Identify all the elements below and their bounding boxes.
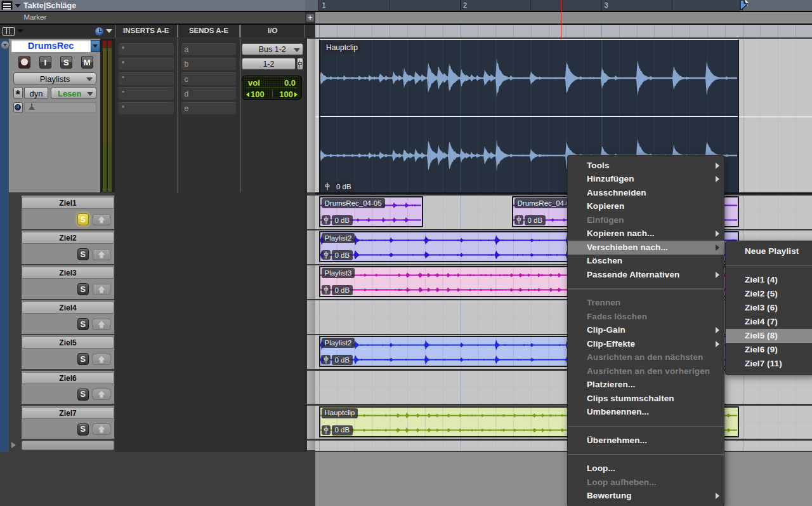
lane-solo-button[interactable]: S xyxy=(77,353,89,365)
timebase-strip[interactable] xyxy=(315,25,812,39)
lane-promote-button[interactable] xyxy=(93,249,111,260)
menu-item[interactable]: Clips stummschalten xyxy=(568,392,724,406)
menu-item[interactable]: Bewertung xyxy=(568,489,724,503)
lane-solo-button[interactable]: S xyxy=(77,213,89,225)
menu-item[interactable]: Ziel6 (9) xyxy=(726,343,812,357)
menu-item[interactable]: Platzieren... xyxy=(568,378,724,392)
track-collapse-button[interactable] xyxy=(1,41,10,50)
menu-item[interactable]: Verschieben nach... xyxy=(568,241,724,255)
clip-gain-icon[interactable] xyxy=(322,250,331,260)
lane-solo-button[interactable]: S xyxy=(77,389,89,401)
playhead-line[interactable] xyxy=(561,0,562,39)
menu-item[interactable]: Ziel4 (7) xyxy=(726,315,812,329)
volume-pan-display[interactable]: vol0.0100100 xyxy=(242,76,302,100)
lane-name-plate[interactable]: Ziel4 xyxy=(22,302,114,314)
lane-zoom-segment[interactable] xyxy=(307,406,315,439)
track-name-dropdown[interactable] xyxy=(91,40,101,53)
lane-solo-button[interactable]: S xyxy=(77,283,89,295)
track-zoom-strip[interactable] xyxy=(307,39,315,193)
clip-gain-icon[interactable] xyxy=(322,425,331,435)
lane-solo-button[interactable]: S xyxy=(77,318,89,330)
clip-gain-icon[interactable] xyxy=(322,285,331,295)
send-slot[interactable]: d xyxy=(181,87,237,100)
timebase-button[interactable] xyxy=(13,102,23,113)
trim-button[interactable]: * xyxy=(13,87,23,99)
lane-solo-button[interactable]: S xyxy=(77,423,89,436)
menu-item[interactable]: Fades löschen xyxy=(568,310,724,324)
lane-stub-plate[interactable] xyxy=(22,441,114,450)
solo-button[interactable]: S xyxy=(60,56,73,69)
header-dropdown-icon[interactable] xyxy=(106,29,112,33)
menu-item[interactable]: Ziel7 (11) xyxy=(726,357,812,371)
record-button[interactable] xyxy=(18,56,31,69)
lane-promote-button[interactable] xyxy=(93,319,111,330)
lane-name-plate[interactable]: Ziel3 xyxy=(22,267,114,279)
clip-gain-icon[interactable] xyxy=(322,355,331,364)
lane-name-plate[interactable]: Ziel2 xyxy=(22,232,114,244)
menu-item[interactable]: Kopieren nach... xyxy=(568,227,724,241)
insert-slot[interactable] xyxy=(119,102,174,115)
menu-item[interactable]: Passende Alternativen xyxy=(568,268,724,282)
lane-name-plate[interactable]: Ziel5 xyxy=(22,336,114,349)
lane-name-plate[interactable]: Ziel7 xyxy=(22,407,114,419)
lane-promote-button[interactable] xyxy=(93,284,111,295)
timebase-field[interactable] xyxy=(24,102,96,113)
playlists-dropdown[interactable]: Playlists xyxy=(13,72,96,85)
clip-gain-icon[interactable] xyxy=(323,182,332,191)
menu-item[interactable]: Ausrichten an den nächsten xyxy=(568,351,724,365)
menu-item[interactable]: Tools xyxy=(568,159,724,173)
menu-item[interactable]: Ausschneiden xyxy=(568,186,724,200)
add-marker-button[interactable]: + xyxy=(306,13,315,23)
clock-icon[interactable] xyxy=(95,27,103,36)
input-path-dropdown[interactable]: 1-2 xyxy=(242,58,296,70)
menu-item[interactable]: Hinzufügen xyxy=(568,173,724,187)
menu-item[interactable]: Umbenennen... xyxy=(568,406,724,420)
menu-item[interactable]: Löschen xyxy=(568,255,724,269)
track-list-icon[interactable] xyxy=(3,27,15,36)
lane-name-plate[interactable]: Ziel6 xyxy=(22,372,114,384)
lane-clip[interactable]: DrumsRec_04-050 dB xyxy=(319,196,423,227)
menu-item[interactable]: Trennen xyxy=(568,296,724,310)
output-path-dropdown[interactable]: Bus 1-2 xyxy=(242,43,303,56)
insert-slot[interactable] xyxy=(119,43,174,56)
lane-expander-icon[interactable] xyxy=(11,442,16,448)
lane-zoom-segment[interactable] xyxy=(307,230,315,264)
send-slot[interactable]: e xyxy=(181,102,237,115)
dyn-button[interactable]: dyn xyxy=(24,87,48,99)
send-slot[interactable]: a xyxy=(181,43,237,56)
ruler-dropdown-icon[interactable] xyxy=(15,4,21,8)
ruler-menu-icon[interactable] xyxy=(1,1,13,10)
menu-item[interactable]: Loop aufheben... xyxy=(568,476,724,489)
clip-gain-icon[interactable] xyxy=(514,215,523,225)
menu-item[interactable]: Ziel2 (5) xyxy=(726,287,812,301)
menu-item[interactable]: Ziel1 (4) xyxy=(726,273,812,287)
send-slot[interactable]: b xyxy=(181,58,237,70)
lane-zoom-segment[interactable] xyxy=(307,300,315,334)
menu-item[interactable]: Ausrichten an den vorherigen xyxy=(568,364,724,378)
input-monitor-button[interactable]: I xyxy=(39,56,52,69)
lane-zoom-segment[interactable] xyxy=(307,371,315,404)
menu-item[interactable]: Ziel3 (6) xyxy=(726,301,812,315)
menu-item[interactable]: Loop... xyxy=(568,462,724,476)
lane-promote-button[interactable] xyxy=(93,423,111,435)
menu-item[interactable]: Clip-Gain xyxy=(568,324,724,338)
lane-solo-button[interactable]: S xyxy=(77,248,89,260)
mute-button[interactable]: M xyxy=(81,56,94,69)
menu-item[interactable]: Ziel5 (8) xyxy=(726,329,812,343)
menu-item[interactable]: Clip-Effekte xyxy=(568,337,724,351)
automation-mode-dropdown[interactable]: Lesen xyxy=(51,87,97,99)
lane-zoom-segment[interactable] xyxy=(307,196,315,229)
lane-zoom-segment[interactable] xyxy=(307,335,315,369)
menu-item[interactable]: Kopieren xyxy=(568,200,724,214)
lane-zoom-segment[interactable] xyxy=(307,265,315,299)
marker-row-timeline[interactable] xyxy=(315,12,812,24)
insert-slot[interactable] xyxy=(119,72,174,85)
lane-promote-button[interactable] xyxy=(93,214,111,225)
insert-slot[interactable] xyxy=(119,58,174,70)
fader-mini-button[interactable] xyxy=(297,58,303,70)
lane-zoom-segment[interactable] xyxy=(307,441,315,451)
lane-name-plate[interactable]: Ziel1 xyxy=(22,197,114,209)
menu-item[interactable]: Neue Playlist xyxy=(726,244,812,258)
lane-promote-button[interactable] xyxy=(93,389,111,400)
insert-slot[interactable] xyxy=(119,87,174,100)
